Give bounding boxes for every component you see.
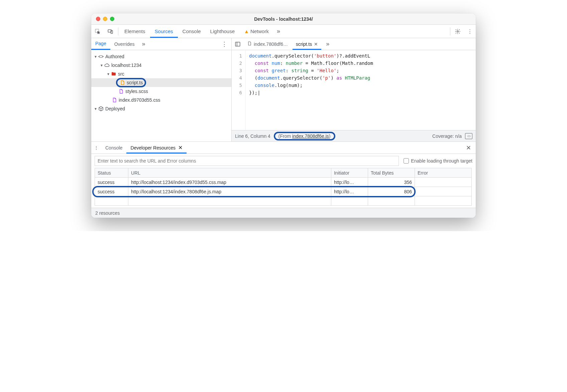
drawer-menu-icon[interactable]: ⋮ bbox=[91, 145, 101, 151]
source-map-origin[interactable]: (From index.7808df6e.js) bbox=[274, 132, 335, 140]
inspect-element-icon[interactable] bbox=[91, 28, 104, 34]
checkbox-icon bbox=[404, 158, 409, 164]
sources-navigator: Page Overrides » ⋮ ▼ <> Authored ▼ local… bbox=[91, 38, 232, 141]
drawer-tab-console[interactable]: Console bbox=[101, 142, 126, 154]
svg-point-3 bbox=[457, 30, 459, 32]
resources-table: Status URL Initiator Total Bytes Error s… bbox=[95, 168, 472, 206]
tab-network[interactable]: ▲ Network bbox=[239, 25, 273, 38]
svg-rect-4 bbox=[235, 42, 240, 46]
cloud-icon bbox=[104, 62, 110, 68]
file-tab-script-ts[interactable]: script.ts ✕ bbox=[293, 38, 321, 50]
col-total-bytes[interactable]: Total Bytes bbox=[368, 168, 415, 178]
tree-file-styles-scss[interactable]: styles.scss bbox=[91, 87, 231, 96]
close-drawer-icon[interactable]: ✕ bbox=[461, 144, 476, 152]
file-tab-index-js[interactable]: index.7808df6… bbox=[244, 38, 291, 50]
drawer-tab-dev-resources[interactable]: Developer Resources ✕ bbox=[126, 142, 187, 154]
col-error[interactable]: Error bbox=[415, 168, 471, 178]
sidetab-overrides[interactable]: Overrides bbox=[110, 38, 139, 50]
tab-lighthouse[interactable]: Lighthouse bbox=[206, 25, 239, 38]
tree-deployed[interactable]: ▼ Deployed bbox=[91, 104, 231, 113]
titlebar: DevTools - localhost:1234/ bbox=[91, 13, 476, 25]
file-icon bbox=[119, 80, 125, 86]
window-title: DevTools - localhost:1234/ bbox=[91, 16, 476, 22]
col-status[interactable]: Status bbox=[95, 168, 128, 178]
cube-icon bbox=[98, 106, 104, 112]
coverage-status: Coverage: n/a bbox=[432, 133, 462, 139]
main-toolbar: Elements Sources Console Lighthouse ▲ Ne… bbox=[91, 25, 476, 38]
file-tree: ▼ <> Authored ▼ localhost:1234 ▼ src bbox=[91, 50, 231, 141]
tree-authored[interactable]: ▼ <> Authored bbox=[91, 52, 231, 61]
sidetab-more[interactable]: » bbox=[140, 40, 147, 47]
file-icon bbox=[118, 88, 124, 94]
file-icon bbox=[247, 41, 252, 47]
folder-icon bbox=[111, 71, 117, 77]
close-tab-icon[interactable]: ✕ bbox=[314, 41, 318, 47]
code-editor: index.7808df6… script.ts ✕ » 123456 docu… bbox=[232, 38, 476, 141]
tab-console[interactable]: Console bbox=[178, 25, 206, 38]
table-row bbox=[95, 196, 472, 206]
kebab-menu-icon[interactable]: ⋮ bbox=[464, 28, 476, 34]
col-url[interactable]: URL bbox=[128, 168, 331, 178]
sidetab-menu-icon[interactable]: ⋮ bbox=[217, 40, 231, 48]
file-icon bbox=[111, 97, 117, 103]
devtools-window: DevTools - localhost:1234/ Elements Sour… bbox=[91, 13, 476, 218]
table-row[interactable]: success http://localhost:1234/index.d970… bbox=[95, 178, 472, 187]
device-toolbar-icon[interactable] bbox=[104, 28, 117, 34]
more-tabs-button[interactable]: » bbox=[275, 28, 282, 35]
show-drawer-icon[interactable]: ▭ bbox=[465, 133, 472, 139]
resources-search-input[interactable] bbox=[95, 156, 399, 166]
line-gutter: 123456 bbox=[232, 50, 246, 130]
tree-file-script-ts[interactable]: script.ts bbox=[91, 78, 231, 87]
sidetab-page[interactable]: Page bbox=[91, 38, 110, 50]
tree-file-index-css[interactable]: index.d9703d55.css bbox=[91, 96, 231, 104]
warning-icon: ▲ bbox=[244, 28, 249, 34]
tree-folder-src[interactable]: ▼ src bbox=[91, 70, 231, 78]
cursor-position: Line 6, Column 4 bbox=[235, 133, 270, 139]
close-drawer-tab-icon[interactable]: ✕ bbox=[177, 144, 183, 151]
file-tab-more[interactable]: » bbox=[324, 40, 331, 47]
col-initiator[interactable]: Initiator bbox=[331, 168, 368, 178]
code-body[interactable]: document.querySelector('button')?.addEve… bbox=[246, 50, 373, 130]
tab-network-label: Network bbox=[250, 28, 269, 34]
angle-brackets-icon: <> bbox=[98, 54, 104, 60]
settings-icon[interactable] bbox=[452, 28, 464, 34]
toggle-navigator-icon[interactable] bbox=[233, 41, 242, 47]
editor-statusbar: Line 6, Column 4 (From index.7808df6e.js… bbox=[232, 130, 476, 141]
enable-loading-checkbox[interactable]: Enable loading through target bbox=[404, 158, 472, 164]
tab-elements[interactable]: Elements bbox=[120, 25, 150, 38]
drawer: ⋮ Console Developer Resources ✕ ✕ Enable… bbox=[91, 142, 476, 218]
tab-sources[interactable]: Sources bbox=[150, 25, 178, 38]
resources-footer: 2 resources bbox=[91, 208, 476, 218]
tree-host[interactable]: ▼ localhost:1234 bbox=[91, 61, 231, 70]
table-row[interactable]: success http://localhost:1234/index.7808… bbox=[95, 187, 472, 196]
